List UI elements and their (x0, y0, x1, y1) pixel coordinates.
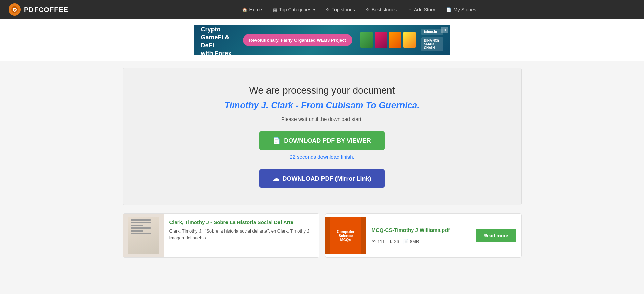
main-container: We are processing your document Timothy … (117, 61, 527, 265)
home-icon: 🏠 (242, 7, 247, 12)
logo-text: PDFCOFFEE (24, 6, 68, 14)
banner-headline-line2: with Forex Trading (201, 50, 232, 55)
top-stories-icon: ✈ (326, 7, 330, 12)
nav-label-top-stories: Top stories (332, 7, 355, 12)
logo-link[interactable]: PDFCOFFEE (8, 3, 68, 16)
story-card-1: Clark, Timothy J - Sobre La Historia Soc… (123, 213, 319, 258)
story-info-2: MCQ-CS-Timothy J Williams.pdf 👁 111 ⬇ 26… (366, 222, 476, 250)
nav-label-add-story: Add Story (414, 7, 435, 12)
banner-logos: fxbox.io BINANCE SMART CHAIN (421, 29, 443, 51)
story-size: 📄 8MB (403, 239, 419, 244)
read-more-button[interactable]: Read more (476, 229, 516, 242)
nav-label-my-stories: My Stories (453, 7, 476, 12)
download-viewer-label: DOWNLOAD PDF BY VIEWER (284, 137, 371, 144)
nav-link-categories[interactable]: ▦ Top Categories ▾ (268, 4, 320, 15)
thumb-line (131, 227, 151, 229)
advertisement-banner[interactable]: INVESTING & TRADING LIKE A GAME Crypto G… (194, 25, 450, 55)
banner-container: INVESTING & TRADING LIKE A GAME Crypto G… (0, 19, 644, 61)
my-stories-icon: 📄 (446, 7, 451, 12)
thumb-line (131, 233, 151, 234)
nav-item-add-story[interactable]: ＋ Add Story (403, 4, 440, 15)
dropdown-arrow-icon: ▾ (313, 8, 315, 12)
story-title-2[interactable]: MCQ-CS-Timothy J Williams.pdf (372, 227, 471, 233)
categories-icon: ▦ (273, 7, 277, 12)
thumb-line (131, 219, 151, 221)
banner-headline-line1: Crypto GameFi & DeFi (201, 26, 230, 49)
views-icon: 👁 (372, 239, 376, 244)
file-icon: 📄 (403, 239, 409, 244)
banner-close-button[interactable]: ✕ (441, 27, 448, 33)
banner-cta-button[interactable]: Revolutionary, Fairly Organized WEB3 Pro… (243, 34, 352, 46)
nav-links: 🏠 Home ▦ Top Categories ▾ ✈ Top stories … (82, 4, 636, 15)
nav-link-best-stories[interactable]: ✈ Best stories (361, 4, 401, 15)
download-mirror-label: DOWNLOAD PDF (Mirror Link) (283, 175, 371, 182)
thumb-line (131, 225, 143, 226)
nav-item-home[interactable]: 🏠 Home (237, 4, 267, 15)
nav-link-top-stories[interactable]: ✈ Top stories (321, 4, 360, 15)
story-excerpt-1: Clark, Timothy J.: "Sobre la historia so… (169, 228, 314, 252)
processing-card: We are processing your document Timothy … (123, 68, 522, 205)
story-title-1[interactable]: Clark, Timothy J - Sobre La Historia Soc… (169, 219, 314, 225)
nav-link-add-story[interactable]: ＋ Add Story (403, 4, 440, 15)
banner-text: INVESTING & TRADING LIKE A GAME Crypto G… (201, 25, 235, 55)
nav-item-my-stories[interactable]: 📄 My Stories (441, 4, 481, 15)
related-stories-grid: Clark, Timothy J - Sobre La Historia Soc… (123, 213, 522, 258)
download-viewer-button[interactable]: 📄 DOWNLOAD PDF BY VIEWER (259, 131, 385, 150)
thumb-line (131, 222, 151, 223)
story-downloads: ⬇ 26 (389, 239, 399, 244)
download-mirror-icon: ☁ (273, 175, 279, 182)
views-count: 111 (378, 239, 385, 244)
svg-point-3 (14, 9, 16, 11)
nav-item-categories[interactable]: ▦ Top Categories ▾ (268, 4, 320, 15)
binance-logo: BINANCE SMART CHAIN (421, 37, 443, 51)
downloads-count: 26 (394, 239, 399, 244)
story-card-2: Computer Science MCQs MCQ-CS-Timothy J W… (325, 213, 522, 258)
main-nav: PDFCOFFEE 🏠 Home ▦ Top Categories ▾ ✈ To… (0, 0, 644, 19)
nav-link-my-stories[interactable]: 📄 My Stories (441, 4, 481, 15)
download-viewer-icon: 📄 (273, 137, 280, 144)
thumb-line (131, 230, 143, 232)
best-stories-icon: ✈ (366, 7, 370, 12)
coin-pink (375, 32, 387, 48)
add-story-icon: ＋ (408, 6, 412, 13)
coin-green (360, 32, 373, 48)
nav-item-top-stories[interactable]: ✈ Top stories (321, 4, 360, 15)
fxbox-logo: fxbox.io (421, 29, 443, 35)
processing-title: We are processing your document (137, 85, 508, 96)
coin-yellow (403, 32, 416, 48)
story-meta-2: 👁 111 ⬇ 26 📄 8MB (372, 239, 471, 244)
story-thumb-2: Computer Science MCQs (325, 217, 366, 254)
banner-headline: Crypto GameFi & DeFi with Forex Trading (201, 26, 235, 55)
nav-label-best-stories: Best stories (372, 7, 397, 12)
story-info-1: Clark, Timothy J - Sobre La Historia Soc… (164, 214, 319, 257)
downloads-icon: ⬇ (389, 239, 393, 244)
coin-orange (389, 32, 401, 48)
file-size: 8MB (410, 239, 419, 244)
nav-link-home[interactable]: 🏠 Home (237, 4, 267, 15)
nav-label-categories: Top Categories (279, 7, 311, 12)
nav-item-best-stories[interactable]: ✈ Best stories (361, 4, 401, 15)
story-book-cover: Computer Science MCQs (330, 217, 361, 254)
story-thumb-document-1 (128, 217, 159, 254)
download-mirror-button[interactable]: ☁ DOWNLOAD PDF (Mirror Link) (259, 169, 385, 188)
story-thumb-1 (123, 214, 164, 257)
banner-coins (360, 32, 416, 48)
download-timer: 22 seconds download finish. (137, 154, 508, 160)
nav-label-home: Home (249, 7, 262, 12)
processing-doc-title: Timothy J. Clark - From Cubisam To Guern… (137, 100, 508, 111)
processing-wait-text: Please wait until the download start. (137, 116, 508, 122)
story-views: 👁 111 (372, 239, 385, 244)
